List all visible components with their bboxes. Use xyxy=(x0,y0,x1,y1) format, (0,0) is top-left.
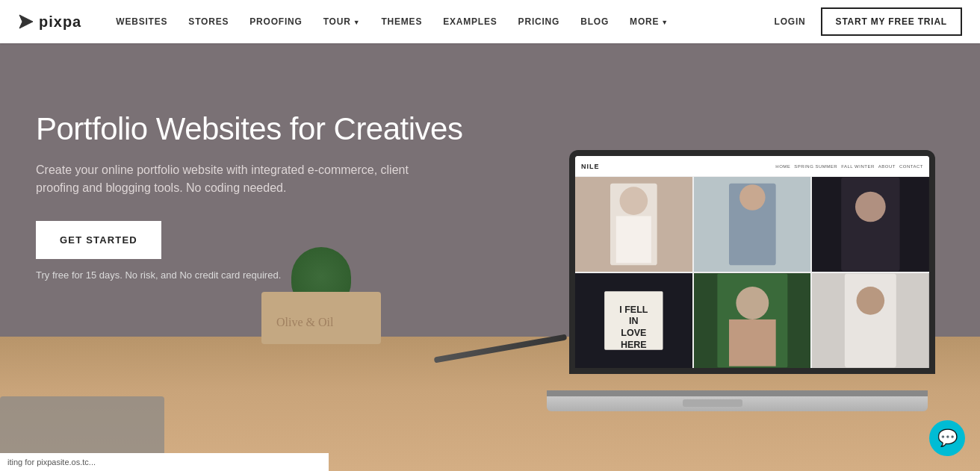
nav-proofing[interactable]: PROOFING xyxy=(239,0,312,43)
trial-button[interactable]: START MY FREE TRIAL xyxy=(821,7,962,36)
more-dropdown-arrow: ▼ xyxy=(661,19,669,26)
chat-icon: 💬 xyxy=(937,428,958,448)
hero-section: Olive & Oil NILE HOME SPRING SUMMER FALL… xyxy=(0,43,980,471)
brand-name: pixpa xyxy=(39,13,81,31)
laptop-screen: NILE HOME SPRING SUMMER FALL WINTER ABOU… xyxy=(569,150,935,374)
nav-tour[interactable]: TOUR ▼ xyxy=(313,0,371,43)
nav-pricing[interactable]: PRICING xyxy=(508,0,571,43)
mockup-link-home: HOME xyxy=(775,164,790,169)
mockup-nav-links: HOME SPRING SUMMER FALL WINTER ABOUT CON… xyxy=(775,164,923,169)
svg-point-19 xyxy=(736,287,769,319)
svg-rect-4 xyxy=(616,216,651,263)
svg-rect-20 xyxy=(729,319,776,366)
hero-content: Portfolio Websites for Creatives Create … xyxy=(36,110,462,281)
get-started-button[interactable]: GET STARTED xyxy=(36,221,161,259)
mockup-navbar: NILE HOME SPRING SUMMER FALL WINTER ABOU… xyxy=(575,156,929,177)
mockup-photo-6 xyxy=(812,273,929,368)
mockup-link-contact: CONTACT xyxy=(899,164,923,169)
hero-title: Portfolio Websites for Creatives xyxy=(36,110,462,148)
mockup-link-about: ABOUT xyxy=(878,164,896,169)
mockup-photo-2 xyxy=(694,177,811,272)
mockup-photo-3 xyxy=(812,177,929,272)
svg-marker-0 xyxy=(19,15,33,28)
laptop-mockup: NILE HOME SPRING SUMMER FALL WINTER ABOU… xyxy=(547,150,935,434)
mockup-link-spring: SPRING SUMMER xyxy=(794,164,837,169)
nav-more[interactable]: MORE ▼ xyxy=(619,0,679,43)
logo[interactable]: pixpa xyxy=(18,13,81,31)
svg-point-3 xyxy=(620,187,648,215)
laptop-screen-inner: NILE HOME SPRING SUMMER FALL WINTER ABOU… xyxy=(575,156,929,368)
nav-themes[interactable]: THEMES xyxy=(370,0,432,43)
plant-pot-text: Olive & Oil xyxy=(276,316,333,329)
login-button[interactable]: LOGIN xyxy=(775,16,806,27)
status-bar: iting for pixpasite.os.tc... xyxy=(0,453,329,471)
chat-bubble-button[interactable]: 💬 xyxy=(929,420,965,456)
svg-point-7 xyxy=(739,184,765,210)
nav-right: LOGIN START MY FREE TRIAL xyxy=(775,7,962,36)
svg-rect-9 xyxy=(841,178,899,271)
logo-icon xyxy=(18,13,34,30)
mockup-photo-4: I FELL IN LOVE HERE xyxy=(575,273,692,368)
free-trial-note: Try free for 15 days. No risk, and No cr… xyxy=(36,269,462,281)
mockup-photo-1 xyxy=(575,177,692,272)
svg-text:LOVE: LOVE xyxy=(621,328,646,338)
tour-dropdown-arrow: ▼ xyxy=(353,19,361,26)
nav-stores[interactable]: STORES xyxy=(178,0,239,43)
svg-point-23 xyxy=(857,287,885,315)
laptop-touchpad xyxy=(683,399,742,407)
svg-text:IN: IN xyxy=(629,316,639,326)
plant-pot: Olive & Oil xyxy=(261,292,381,344)
svg-text:I FELL: I FELL xyxy=(619,305,648,315)
status-text: iting for pixpasite.os.tc... xyxy=(7,458,96,467)
mockup-photo-grid: I FELL IN LOVE HERE xyxy=(575,177,929,368)
hero-subtitle: Create your online portfolio website wit… xyxy=(36,161,424,197)
mockup-link-fall: FALL WINTER xyxy=(841,164,875,169)
nav-examples[interactable]: EXAMPLES xyxy=(432,0,507,43)
navbar: pixpa WEBSITES STORES PROOFING TOUR ▼ TH… xyxy=(0,0,980,43)
nav-blog[interactable]: BLOG xyxy=(570,0,619,43)
mockup-logo: NILE xyxy=(581,163,600,170)
nav-websites[interactable]: WEBSITES xyxy=(105,0,178,43)
svg-point-10 xyxy=(855,192,886,222)
svg-text:HERE: HERE xyxy=(621,340,647,350)
mockup-photo-5 xyxy=(694,273,811,368)
nav-links: WEBSITES STORES PROOFING TOUR ▼ THEMES E… xyxy=(105,0,774,43)
